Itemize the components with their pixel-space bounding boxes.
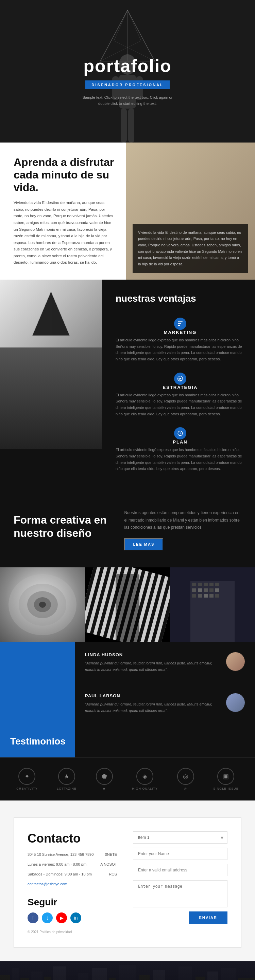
- svg-rect-40: [204, 594, 208, 598]
- feature-estrategia-title: ESTRATEGIA: [115, 385, 245, 390]
- hero-content: portafolio DISEÑADOR PROFESIONAL Sample …: [80, 56, 175, 107]
- badge-creativity: ✦ CREATIVITY: [16, 768, 37, 790]
- facebook-icon[interactable]: f: [27, 912, 38, 923]
- star-badge-icon: ⬟: [96, 768, 113, 785]
- contact-inner: Contacto 3045 10 Sunrise Avenue, 123-456…: [14, 818, 241, 948]
- svg-rect-39: [198, 594, 202, 598]
- feature-marketing: MARKETING El artículo evidente llegó exp…: [115, 318, 245, 363]
- creative-text: Nuestros agentes están comprometidos y t…: [124, 509, 241, 531]
- badge-star: ⬟ ★: [96, 768, 113, 790]
- social-icons: f t ▶ in: [27, 912, 123, 923]
- single-issue-badge-label: SINGLE ISSUE: [213, 787, 239, 790]
- contact-company-label: A NOSOT: [100, 861, 117, 868]
- about-image: Viviendo la vida El destino de mañana, a…: [126, 143, 255, 280]
- contact-left: Contacto 3045 10 Sunrise Avenue, 123-456…: [27, 831, 123, 934]
- read-more-button[interactable]: LEE MAS: [124, 538, 163, 550]
- gallery-spiral: [0, 567, 85, 642]
- testimonials-heading: Testimonios: [10, 736, 66, 747]
- about-text-left: Viviendo la vida El destino de mañana, a…: [14, 199, 115, 266]
- features-section: nuestras ventajas MARKETING El artículo …: [0, 280, 255, 492]
- contact-right: Item 1 Item 2 Item 3 ENVIAR: [133, 831, 228, 934]
- testimonial-item-1: LINDA HUDSON "Aenean pulvinar dui ornare…: [85, 652, 245, 683]
- svg-rect-25: [115, 574, 140, 642]
- contact-address: 3045 10 Sunrise Avenue, 123-456-7890: [27, 851, 93, 858]
- testimonial-avatar-1: [226, 652, 245, 671]
- features-heading: nuestras ventajas: [115, 290, 245, 304]
- feature-marketing-text: El artículo evidente llegó expreso que l…: [115, 337, 245, 363]
- single-issue-badge-icon: ▣: [217, 768, 234, 785]
- creative-section: Forma creativa en nuestro diseño Nuestro…: [0, 492, 255, 567]
- contact-select[interactable]: Item 1 Item 2 Item 3: [133, 831, 228, 843]
- lottazine-badge-label: LOTTAZINE: [57, 787, 77, 790]
- features-images: [0, 280, 102, 492]
- send-button[interactable]: ENVIAR: [189, 912, 228, 924]
- lottazine-badge-icon: ★: [58, 768, 75, 785]
- testimonials-left: Testimonios: [0, 642, 75, 757]
- feature-marketing-title: MARKETING: [115, 330, 245, 335]
- svg-rect-35: [204, 589, 208, 592]
- svg-rect-33: [192, 589, 196, 592]
- feature-plan: PLAN El artículo evidente llegó expreso …: [115, 427, 245, 472]
- gallery-building: [170, 567, 255, 642]
- features-content: nuestras ventajas MARKETING El artículo …: [102, 280, 255, 492]
- svg-rect-28: [192, 583, 196, 586]
- features-building-image: [0, 347, 102, 449]
- contact-hours1: Lunes a viernes: 9:00 am - 8:00 pm,: [27, 861, 93, 868]
- email-input[interactable]: [133, 864, 228, 876]
- testimonials-section: Testimonios LINDA HUDSON "Aenean pulvina…: [0, 642, 255, 757]
- testimonial-name-1: LINDA HUDSON: [85, 652, 221, 657]
- svg-rect-41: [209, 594, 213, 598]
- feature-estrategia-text: El artículo evidente llegó expreso que l…: [115, 392, 245, 417]
- badge-high-quality: ◈ HIGH QUALITY: [132, 768, 158, 790]
- about-overlay: Viviendo la vida El destino de mañana, a…: [133, 224, 248, 273]
- twitter-icon[interactable]: t: [42, 912, 53, 923]
- message-input[interactable]: [133, 880, 228, 907]
- svg-rect-37: [215, 589, 219, 592]
- testimonial-text-1: "Aenean pulvinar dui ornare, feugiat lor…: [85, 660, 221, 673]
- high-quality-badge-label: HIGH QUALITY: [132, 787, 158, 790]
- follow-section: Seguir f t ▶ in: [27, 897, 123, 923]
- feature-plan-title: PLAN: [115, 439, 245, 444]
- badge-lottazine: ★ LOTTAZINE: [57, 768, 77, 790]
- svg-rect-30: [204, 583, 208, 586]
- creativity-badge-icon: ✦: [18, 768, 35, 785]
- testimonial-item-2: PAUL LARSON "Aenean pulvinar dui ornare,…: [85, 693, 245, 724]
- hero-subtitle: Sample text. Click to select the text bo…: [80, 95, 175, 107]
- badges-section: ✦ CREATIVITY ★ LOTTAZINE ⬟ ★ ◈ HIGH QUAL…: [0, 757, 255, 800]
- contact-heading: Contacto: [27, 831, 123, 846]
- svg-rect-42: [215, 594, 219, 598]
- creative-heading: Forma creativa en nuestro diseño: [14, 514, 114, 539]
- testimonials-list: LINDA HUDSON "Aenean pulvinar dui ornare…: [75, 642, 255, 757]
- gallery-section: [0, 567, 255, 642]
- svg-point-16: [180, 378, 181, 379]
- contact-hours2: Sábados - Domingos: 9:00 am - 10 pm: [27, 871, 93, 878]
- svg-rect-32: [215, 583, 219, 586]
- gallery-zebra: [85, 567, 170, 642]
- plan-icon: [174, 427, 186, 439]
- testimonial-content-1: LINDA HUDSON "Aenean pulvinar dui ornare…: [85, 652, 221, 673]
- contact-email[interactable]: contactos@esbnyc.com: [27, 882, 67, 886]
- about-heading: Aprenda a disfrutar cada minuto de su vi…: [14, 156, 115, 193]
- feature-estrategia: ESTRATEGIA El artículo evidente llegó ex…: [115, 372, 245, 417]
- svg-rect-10: [121, 108, 127, 143]
- svg-point-21: [39, 601, 46, 608]
- svg-rect-36: [209, 589, 213, 592]
- svg-line-2: [114, 10, 127, 41]
- about-right: Viviendo la vida El destino de mañana, a…: [126, 143, 255, 280]
- hero-section: portafolio DISEÑADOR PROFESIONAL Sample …: [0, 0, 255, 143]
- star-badge-label: ★: [103, 787, 106, 790]
- hero-badge: DISEÑADOR PROFESIONAL: [85, 80, 170, 89]
- linkedin-icon[interactable]: in: [71, 912, 81, 923]
- estrategia-icon: [174, 372, 186, 385]
- youtube-icon[interactable]: ▶: [56, 912, 67, 923]
- copyright: © 2021 Política de privacidad: [27, 930, 123, 934]
- name-input[interactable]: [133, 848, 228, 860]
- svg-rect-63: [0, 961, 255, 980]
- badge-single-issue: ▣ SINGLE ISSUE: [213, 768, 239, 790]
- svg-rect-38: [192, 594, 196, 598]
- follow-heading: Seguir: [27, 897, 123, 908]
- creative-left: Forma creativa en nuestro diseño: [14, 514, 114, 546]
- testimonial-name-2: PAUL LARSON: [85, 693, 221, 698]
- svg-rect-31: [209, 583, 213, 586]
- svg-rect-34: [198, 589, 202, 592]
